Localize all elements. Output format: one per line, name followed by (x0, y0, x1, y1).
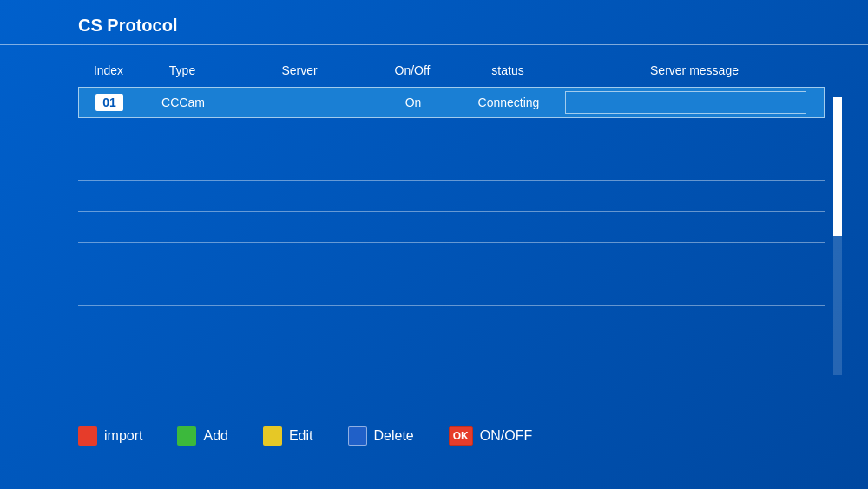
scrollbar-track[interactable] (833, 97, 842, 375)
table-row[interactable] (78, 212, 825, 243)
table-row[interactable] (78, 243, 825, 274)
table-row[interactable] (78, 149, 825, 181)
col-header-onoff: On/Off (373, 63, 451, 77)
col-header-message: Server message (564, 63, 825, 77)
footer-bar: import Add Edit Delete OK ON/OFF (78, 426, 825, 446)
cell-status-1: Connecting (452, 96, 565, 109)
table-row[interactable] (78, 118, 825, 149)
table-row[interactable] (78, 274, 825, 306)
add-button[interactable]: Add (177, 426, 227, 446)
col-header-index: Index (78, 63, 139, 77)
red-button-icon (78, 426, 97, 446)
col-header-status: status (451, 63, 564, 77)
add-label: Add (203, 428, 227, 444)
delete-button[interactable]: Delete (348, 426, 414, 446)
cell-index-1: 01 (79, 94, 140, 111)
onoff-label: ON/OFF (480, 428, 532, 444)
green-button-icon (177, 426, 196, 446)
page-container: CS Protocol Index Type Server On/Off sta… (0, 0, 868, 489)
ok-button-icon: OK (449, 426, 473, 446)
cell-onoff-1: On (374, 96, 452, 109)
yellow-button-icon (263, 426, 282, 446)
import-button[interactable]: import (78, 426, 142, 446)
col-header-type: Type (139, 63, 226, 77)
title-bar: CS Protocol (0, 0, 868, 45)
table-row[interactable]: 01 CCCam On Connecting (78, 87, 825, 118)
col-header-server: Server (226, 63, 373, 77)
table-header: Index Type Server On/Off status Server m… (78, 58, 825, 83)
content-area: Index Type Server On/Off status Server m… (0, 45, 868, 319)
import-label: import (104, 428, 142, 444)
table-row[interactable] (78, 181, 825, 212)
edit-label: Edit (289, 428, 313, 444)
blue-button-icon (348, 426, 367, 446)
cell-message-1 (565, 91, 806, 114)
cell-type-1: CCCam (140, 96, 227, 109)
delete-label: Delete (374, 428, 414, 444)
scrollbar-thumb[interactable] (833, 97, 842, 236)
onoff-button[interactable]: OK ON/OFF (449, 426, 532, 446)
page-title: CS Protocol (78, 16, 177, 35)
edit-button[interactable]: Edit (263, 426, 313, 446)
index-badge: 01 (95, 94, 123, 111)
